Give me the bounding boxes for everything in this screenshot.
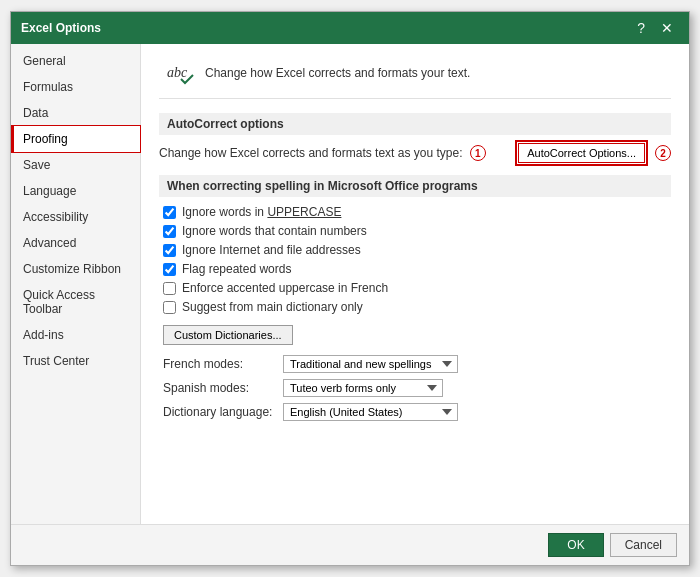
- sidebar-item-trust-center[interactable]: Trust Center: [11, 348, 140, 374]
- spelling-section-header: When correcting spelling in Microsoft Of…: [159, 175, 671, 197]
- dict-language-label: Dictionary language:: [163, 405, 283, 419]
- sidebar-item-customize-ribbon[interactable]: Customize Ribbon: [11, 256, 140, 282]
- sidebar-item-data[interactable]: Data: [11, 100, 140, 126]
- circle-2: 2: [655, 145, 671, 161]
- close-button[interactable]: ✕: [655, 18, 679, 38]
- checkbox-french-enforce[interactable]: [163, 282, 176, 295]
- checkbox-label-french-enforce: Enforce accented uppercase in French: [182, 281, 388, 295]
- sidebar-item-proofing[interactable]: Proofing: [11, 126, 140, 152]
- sidebar-item-advanced[interactable]: Advanced: [11, 230, 140, 256]
- spelling-section: Ignore words in UPPERCASE Ignore words t…: [159, 205, 671, 314]
- sidebar-item-save[interactable]: Save: [11, 152, 140, 178]
- sidebar-item-quick-access[interactable]: Quick Access Toolbar: [11, 282, 140, 322]
- checkbox-label-numbers: Ignore words that contain numbers: [182, 224, 367, 238]
- checkbox-label-suggest: Suggest from main dictionary only: [182, 300, 363, 314]
- checkbox-label-repeated: Flag repeated words: [182, 262, 291, 276]
- checkbox-row-numbers: Ignore words that contain numbers: [159, 224, 671, 238]
- autocorrect-options-button[interactable]: AutoCorrect Options...: [518, 143, 645, 163]
- excel-options-dialog: Excel Options ? ✕ General Formulas Data …: [10, 11, 690, 566]
- dialog-footer: OK Cancel: [11, 524, 689, 565]
- title-bar: Excel Options ? ✕: [11, 12, 689, 44]
- spanish-modes-select[interactable]: Tuteo verb forms only Voseo verb forms o…: [283, 379, 443, 397]
- autocorrect-section-label: AutoCorrect options: [167, 117, 284, 131]
- french-modes-select[interactable]: Traditional and new spellings Traditiona…: [283, 355, 458, 373]
- title-bar-controls: ? ✕: [631, 18, 679, 38]
- sidebar-item-general[interactable]: General: [11, 48, 140, 74]
- autocorrect-options-row: Change how Excel corrects and formats te…: [159, 143, 671, 163]
- french-modes-label: French modes:: [163, 357, 283, 371]
- uppercase-text: UPPERCASE: [267, 205, 341, 219]
- checkmark-icon: [179, 70, 195, 86]
- checkbox-row-french-enforce: Enforce accented uppercase in French: [159, 281, 671, 295]
- checkbox-row-uppercase: Ignore words in UPPERCASE: [159, 205, 671, 219]
- autocorrect-label: Change how Excel corrects and formats te…: [159, 145, 486, 161]
- dict-language-row: Dictionary language: English (United Sta…: [159, 403, 671, 421]
- header-section: abc Change how Excel corrects and format…: [159, 58, 671, 99]
- help-button[interactable]: ?: [631, 18, 651, 38]
- checkbox-numbers[interactable]: [163, 225, 176, 238]
- checkbox-uppercase[interactable]: [163, 206, 176, 219]
- checkbox-internet[interactable]: [163, 244, 176, 257]
- french-modes-row: French modes: Traditional and new spelli…: [159, 355, 671, 373]
- checkbox-label-internet: Ignore Internet and file addresses: [182, 243, 361, 257]
- proofing-icon: abc: [159, 58, 195, 88]
- spanish-modes-row: Spanish modes: Tuteo verb forms only Vos…: [159, 379, 671, 397]
- sidebar-item-accessibility[interactable]: Accessibility: [11, 204, 140, 230]
- spelling-section-label: When correcting spelling in Microsoft Of…: [167, 179, 478, 193]
- circle-1: 1: [470, 145, 486, 161]
- custom-dictionaries-button[interactable]: Custom Dictionaries...: [163, 325, 293, 345]
- checkbox-row-repeated: Flag repeated words: [159, 262, 671, 276]
- checkbox-suggest[interactable]: [163, 301, 176, 314]
- sidebar: General Formulas Data Proofing Save Lang…: [11, 44, 141, 524]
- dict-language-select[interactable]: English (United States) English (United …: [283, 403, 458, 421]
- dialog-title: Excel Options: [21, 21, 101, 35]
- checkbox-repeated[interactable]: [163, 263, 176, 276]
- cancel-button[interactable]: Cancel: [610, 533, 677, 557]
- header-description: Change how Excel corrects and formats yo…: [205, 66, 470, 80]
- spanish-modes-label: Spanish modes:: [163, 381, 283, 395]
- checkbox-row-internet: Ignore Internet and file addresses: [159, 243, 671, 257]
- sidebar-item-formulas[interactable]: Formulas: [11, 74, 140, 100]
- ok-button[interactable]: OK: [548, 533, 603, 557]
- checkbox-row-suggest: Suggest from main dictionary only: [159, 300, 671, 314]
- sidebar-item-language[interactable]: Language: [11, 178, 140, 204]
- checkbox-label-uppercase: Ignore words in UPPERCASE: [182, 205, 341, 219]
- dialog-body: General Formulas Data Proofing Save Lang…: [11, 44, 689, 524]
- main-content: abc Change how Excel corrects and format…: [141, 44, 689, 524]
- autocorrect-section-header: AutoCorrect options: [159, 113, 671, 135]
- sidebar-item-add-ins[interactable]: Add-ins: [11, 322, 140, 348]
- autocorrect-label-text: Change how Excel corrects and formats te…: [159, 146, 462, 160]
